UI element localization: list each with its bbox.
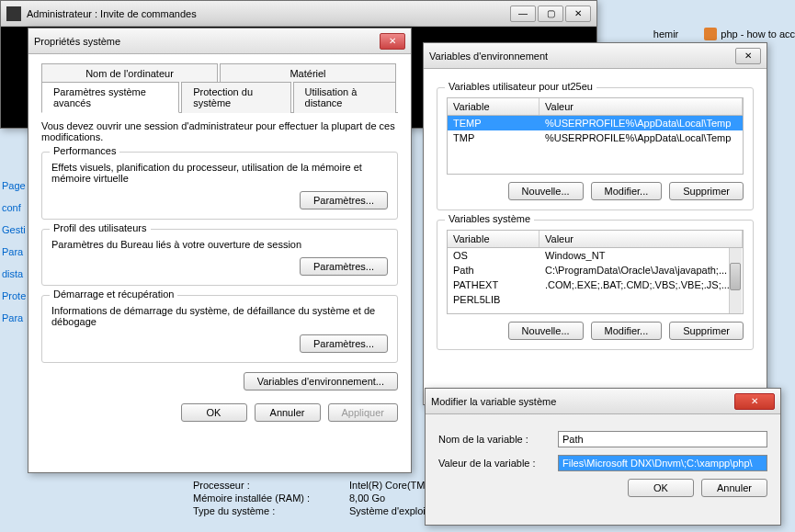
bg-link[interactable]: Para bbox=[0, 307, 28, 329]
tab-protection[interactable]: Protection du système bbox=[181, 82, 290, 113]
system-properties-dialog: Propriétés système ✕ Nom de l'ordinateur… bbox=[28, 28, 412, 473]
bg-tab[interactable]: php - how to acc bbox=[721, 28, 795, 40]
sys-edit-button[interactable]: Modifier... bbox=[591, 322, 663, 340]
bg-link[interactable]: Prote bbox=[0, 285, 28, 307]
editvar-title: Modifier la variable système bbox=[431, 396, 734, 407]
ram-label: Mémoire installée (RAM) : bbox=[193, 492, 349, 504]
performance-settings-button[interactable]: Paramètres... bbox=[300, 191, 388, 209]
user-vars-title: Variables utilisateur pour ut25eu bbox=[445, 81, 596, 92]
env-variables-button[interactable]: Variables d'environnement... bbox=[244, 372, 398, 391]
startup-group: Démarrage et récupération Informations d… bbox=[41, 295, 398, 363]
user-new-button[interactable]: Nouvelle... bbox=[508, 182, 584, 200]
user-edit-button[interactable]: Modifier... bbox=[591, 182, 663, 200]
tab-advanced[interactable]: Paramètres système avancés bbox=[41, 82, 179, 113]
sysprops-tabs: Nom de l'ordinateur Matériel Paramètres … bbox=[41, 63, 398, 113]
editvar-titlebar[interactable]: Modifier la variable système ✕ bbox=[426, 389, 780, 414]
env-titlebar[interactable]: Variables d'environnement ✕ bbox=[424, 43, 767, 69]
performance-title: Performances bbox=[50, 145, 119, 156]
edit-variable-dialog: Modifier la variable système ✕ Nom de la… bbox=[425, 388, 781, 526]
close-button[interactable]: ✕ bbox=[565, 6, 591, 22]
bg-tab[interactable]: hemir bbox=[653, 28, 679, 40]
performance-group: Performances Effets visuels, planificati… bbox=[41, 152, 398, 220]
proc-value: Intel(R) Core(TM) i bbox=[349, 480, 434, 491]
startup-desc: Informations de démarrage du système, de… bbox=[51, 305, 388, 327]
profiles-desc: Paramètres du Bureau liés à votre ouvert… bbox=[51, 239, 388, 250]
bg-browser-tabs: hemir php - how to acc bbox=[653, 28, 795, 40]
sys-vars-title: Variables système bbox=[445, 213, 534, 224]
tab-remote[interactable]: Utilisation à distance bbox=[293, 82, 396, 113]
profiles-settings-button[interactable]: Paramètres... bbox=[300, 257, 388, 276]
table-row[interactable]: OSWindows_NT bbox=[448, 248, 743, 263]
startup-settings-button[interactable]: Paramètres... bbox=[300, 334, 388, 353]
sys-vars-group: Variables système Variable Valeur OSWind… bbox=[437, 220, 754, 350]
cmd-title: Administrateur : Invite de commandes bbox=[27, 8, 510, 19]
col-value[interactable]: Valeur bbox=[539, 98, 743, 115]
table-row[interactable]: PATHEXT.COM;.EXE;.BAT;.CMD;.VBS;.VBE;.JS… bbox=[448, 277, 743, 292]
user-delete-button[interactable]: Supprimer bbox=[669, 182, 744, 200]
user-vars-header[interactable]: Variable Valeur bbox=[447, 97, 744, 116]
ram-value: 8,00 Go bbox=[349, 492, 385, 504]
startup-title: Démarrage et récupération bbox=[50, 289, 177, 300]
table-row[interactable]: PathC:\ProgramData\Oracle\Java\javapath;… bbox=[448, 263, 743, 277]
sys-delete-button[interactable]: Supprimer bbox=[669, 322, 744, 340]
var-name-label: Nom de la variable : bbox=[438, 434, 558, 445]
table-row[interactable]: TEMP%USERPROFILE%\AppData\Local\Temp bbox=[448, 116, 743, 130]
proc-label: Processeur : bbox=[193, 480, 349, 491]
close-button[interactable]: ✕ bbox=[734, 393, 775, 410]
minimize-button[interactable]: — bbox=[510, 6, 536, 22]
sysprops-titlebar[interactable]: Propriétés système ✕ bbox=[28, 28, 411, 54]
bg-link[interactable]: conf bbox=[0, 197, 28, 219]
profiles-title: Profil des utilisateurs bbox=[50, 222, 151, 233]
table-row[interactable]: TMP%USERPROFILE%\AppData\Local\Temp bbox=[448, 130, 743, 145]
maximize-button[interactable]: ▢ bbox=[538, 6, 563, 22]
cancel-button[interactable]: Annuler bbox=[255, 403, 321, 422]
bg-link[interactable]: Page bbox=[0, 175, 28, 197]
sys-vars-header[interactable]: Variable Valeur bbox=[447, 230, 744, 248]
var-value-label: Valeur de la variable : bbox=[438, 458, 558, 469]
sys-new-button[interactable]: Nouvelle... bbox=[508, 322, 584, 340]
close-button[interactable]: ✕ bbox=[735, 48, 761, 64]
col-value[interactable]: Valeur bbox=[539, 231, 743, 247]
php-icon bbox=[704, 28, 717, 40]
tab-hardware[interactable]: Matériel bbox=[220, 63, 396, 83]
env-title: Variables d'environnement bbox=[429, 51, 735, 62]
bg-link[interactable]: Gesti bbox=[0, 219, 28, 241]
cmd-icon bbox=[6, 6, 21, 21]
var-value-input[interactable] bbox=[558, 455, 767, 471]
bg-link[interactable]: dista bbox=[0, 263, 28, 285]
var-name-input[interactable] bbox=[558, 431, 767, 447]
scrollbar[interactable] bbox=[729, 248, 742, 313]
col-variable[interactable]: Variable bbox=[448, 98, 539, 115]
col-variable[interactable]: Variable bbox=[448, 231, 539, 247]
table-row[interactable]: PERL5LIB bbox=[448, 292, 743, 307]
close-button[interactable]: ✕ bbox=[380, 33, 405, 50]
admin-notice: Vous devez ouvrir une session d'administ… bbox=[41, 120, 398, 142]
cmd-titlebar[interactable]: Administrateur : Invite de commandes — ▢… bbox=[1, 1, 596, 27]
sys-vars-list[interactable]: OSWindows_NT PathC:\ProgramData\Oracle\J… bbox=[447, 248, 744, 314]
sysprops-title: Propriétés système bbox=[34, 36, 380, 47]
scroll-thumb[interactable] bbox=[730, 263, 741, 290]
ok-button[interactable]: OK bbox=[181, 403, 247, 422]
bg-sidebar: Page conf Gesti Para dista Prote Para bbox=[0, 175, 28, 329]
user-vars-group: Variables utilisateur pour ut25eu Variab… bbox=[437, 87, 754, 210]
apply-button[interactable]: Appliquer bbox=[328, 403, 398, 422]
profiles-group: Profil des utilisateurs Paramètres du Bu… bbox=[41, 229, 398, 286]
bg-link[interactable]: Para bbox=[0, 241, 28, 263]
tab-computer-name[interactable]: Nom de l'ordinateur bbox=[41, 63, 218, 83]
type-label: Type du système : bbox=[193, 505, 349, 516]
ok-button[interactable]: OK bbox=[628, 479, 694, 497]
performance-desc: Effets visuels, planification du process… bbox=[51, 162, 388, 184]
env-variables-dialog: Variables d'environnement ✕ Variables ut… bbox=[423, 42, 767, 405]
user-vars-list[interactable]: TEMP%USERPROFILE%\AppData\Local\Temp TMP… bbox=[447, 116, 744, 175]
cancel-button[interactable]: Annuler bbox=[701, 479, 767, 497]
